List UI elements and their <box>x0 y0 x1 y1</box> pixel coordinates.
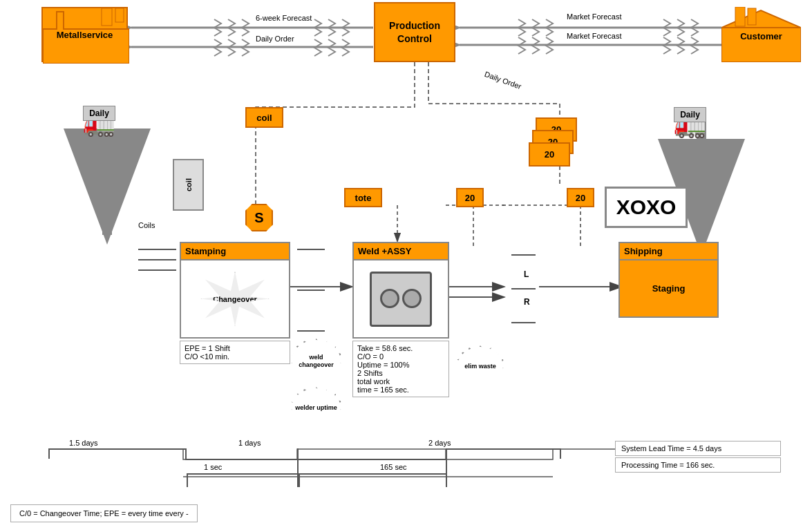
shipping-header: Shipping <box>620 243 717 260</box>
timeline-165-sec: 165 sec <box>380 463 407 471</box>
stamping-process: Stamping Changeover <box>180 242 290 339</box>
truck-right: Daily 🚛 <box>674 107 706 139</box>
production-control-box: ProductionControl <box>374 2 455 62</box>
daily-left-label: Daily <box>83 106 115 121</box>
truck-left: Daily 🚛 <box>83 106 115 137</box>
system-lead-time-box: System Lead Time = 4.5 days <box>615 441 781 456</box>
coil-tag-top: coil <box>245 107 283 128</box>
daily-order-left-label: Daily Order <box>256 35 294 43</box>
stamping-co: C/O <10 min. <box>185 352 285 361</box>
stamping-epe: EPE = 1 Shift <box>185 344 285 352</box>
coils-text: Coils <box>138 221 155 229</box>
weld-assy-process: Weld +ASSY <box>352 242 449 339</box>
qty-20-weld-tag: 20 <box>456 188 484 207</box>
weld-header: Weld +ASSY <box>354 243 448 260</box>
market-forecast-bottom-label: Market Forecast <box>567 32 621 40</box>
welder-uptime-kaizen: welder uptime <box>290 387 342 428</box>
svg-rect-13 <box>748 8 756 25</box>
processing-time-box: Processing Time = 166 sec. <box>615 457 781 473</box>
svg-marker-11 <box>721 10 801 28</box>
weld-shifts: 2 Shifts <box>357 369 444 377</box>
timeline-2-days: 2 days <box>428 439 451 447</box>
six-week-forecast-label: 6-week Forecast <box>256 14 312 22</box>
daily-right-label: Daily <box>674 107 706 122</box>
metallservice-label: Metallservice <box>57 30 113 40</box>
qty-20-ship-tag: 20 <box>567 188 594 207</box>
staging-label: Staging <box>620 260 717 316</box>
weld-uptime: Uptime = 100% <box>357 361 444 369</box>
timeline-1-days: 1 days <box>238 439 261 447</box>
s-signal-box: S <box>245 204 273 231</box>
svg-rect-9 <box>115 8 124 22</box>
weld-total-work: total worktime = 165 sec. <box>357 377 444 394</box>
l-label: L <box>524 269 529 279</box>
legend-box: C/0 = Changeover Time; EPE = every time … <box>10 504 198 522</box>
timeline-1-sec: 1 sec <box>204 463 222 471</box>
coil-inventory-box: coil <box>173 159 204 211</box>
daily-order-right-label: Daily Order <box>484 70 522 91</box>
r-label: R <box>524 297 530 307</box>
production-control-label: ProductionControl <box>389 19 440 44</box>
weld-info: Take = 58.6 sec. C/O = 0 Uptime = 100% 2… <box>352 341 449 397</box>
svg-rect-12 <box>735 7 745 26</box>
customer-label: Customer <box>721 31 801 41</box>
changeover-burst: Changeover <box>200 272 270 327</box>
stamping-info: EPE = 1 Shift C/O <10 min. <box>180 341 290 364</box>
stamping-header: Stamping <box>181 243 289 260</box>
weld-take: Take = 58.6 sec. <box>357 344 444 352</box>
weld-co: C/O = 0 <box>357 352 444 361</box>
svg-rect-8 <box>102 8 112 26</box>
weld-machine <box>370 272 432 327</box>
weld-changeover-kaizen: weld changeover <box>290 339 342 383</box>
shipping-process: Shipping Staging <box>618 242 719 318</box>
metallservice-box: Metallservice <box>41 7 128 62</box>
tote-tag: tote <box>344 188 382 207</box>
timeline-1-5-days: 1.5 days <box>69 439 98 447</box>
xoxo-box: XOXO <box>605 187 688 228</box>
elim-waste-kaizen: elim waste <box>456 345 504 387</box>
market-forecast-top-label: Market Forecast <box>567 12 621 21</box>
